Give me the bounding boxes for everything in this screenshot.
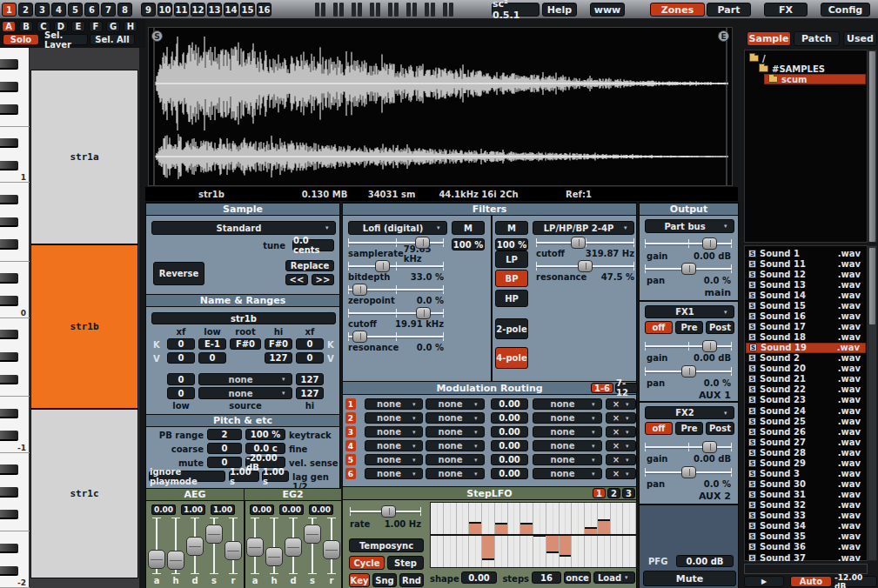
mod-via-select[interactable]: none▾ — [426, 426, 485, 438]
black-key[interactable] — [0, 239, 18, 249]
slider-knob[interactable] — [285, 538, 302, 557]
filter2-2-pole-button[interactable]: 2-pole — [495, 318, 528, 339]
vel-low-field[interactable]: 0 — [198, 352, 226, 364]
channel-button-9[interactable]: 9 — [141, 3, 156, 17]
mod-via-select[interactable]: none▾ — [426, 440, 485, 451]
file-item[interactable]: SSound 20.wav — [746, 364, 866, 374]
eg2-a-slider[interactable] — [246, 518, 264, 573]
aeg-r-slider[interactable] — [225, 518, 242, 573]
bitdepth-slider[interactable] — [348, 260, 444, 271]
black-key[interactable] — [0, 82, 18, 91]
steps-count-field[interactable]: 16 — [532, 571, 561, 584]
key-xf-hi-field[interactable]: 0 — [296, 338, 324, 350]
key-low-field[interactable]: E-1 — [198, 338, 226, 350]
slider-knob[interactable] — [381, 505, 396, 518]
slider-knob[interactable] — [148, 550, 165, 569]
filter1-mute-button[interactable]: M — [452, 221, 485, 235]
mod-dest-select[interactable]: none▾ — [533, 468, 602, 479]
channel-button-10[interactable]: 10 — [158, 3, 172, 17]
file-item[interactable]: SSound 34.wav — [746, 521, 866, 531]
mod-source-select[interactable]: none▾ — [365, 440, 423, 451]
eg2-r-slider[interactable] — [323, 518, 340, 573]
ignore-playmode-button[interactable]: ignore playmode — [149, 471, 225, 482]
prev-sample-button[interactable]: << — [285, 274, 308, 285]
black-key[interactable] — [0, 330, 18, 339]
file-item[interactable]: SSound 2.wav — [746, 353, 866, 364]
aeg-a-slider[interactable] — [148, 518, 165, 573]
slider-value[interactable]: 0.0 % — [417, 296, 444, 305]
file-item[interactable]: SSound 1.wav — [746, 248, 866, 258]
mod-op-select[interactable]: ×▾ — [606, 468, 636, 479]
step-button[interactable]: Step — [387, 556, 424, 570]
replace-button[interactable]: Replace — [285, 260, 334, 271]
black-key[interactable] — [0, 138, 18, 148]
filter2-mode-hp[interactable]: HP — [495, 290, 528, 307]
aux1-gain-slider[interactable] — [645, 340, 732, 351]
aux2-gain-value[interactable]: 0.00 dB — [694, 454, 731, 464]
www-button[interactable]: www — [590, 3, 625, 17]
black-key[interactable] — [0, 510, 18, 519]
aux1-pan-slider[interactable] — [645, 365, 732, 377]
keytrack-field[interactable]: 100 % — [245, 429, 285, 440]
mod-op-select[interactable]: ×▾ — [606, 440, 636, 451]
src2-low-field[interactable]: 0 — [167, 387, 195, 399]
aeg-s-slider[interactable] — [205, 518, 223, 573]
aux2-pan-value[interactable]: 0.0 % — [704, 479, 731, 489]
filter2-type-select[interactable]: LP/HP/BP 2-4P ▾ — [533, 221, 634, 235]
file-item[interactable]: SSound 35.wav — [746, 531, 866, 542]
file-item[interactable]: SSound 22.wav — [746, 384, 866, 395]
black-key[interactable] — [0, 409, 18, 418]
channel-button-14[interactable]: 14 — [224, 3, 238, 17]
channel-button-8[interactable]: 8 — [117, 3, 132, 17]
file-item[interactable]: SSound 14.wav — [746, 290, 866, 300]
pfg-field[interactable]: 0.00 dB — [676, 555, 734, 567]
black-key[interactable] — [0, 273, 18, 283]
mod-amount-field[interactable]: 0.00 — [491, 398, 528, 410]
mod-op-select[interactable]: ×▾ — [606, 454, 636, 465]
sample-start-marker[interactable]: S — [151, 30, 163, 42]
black-key[interactable] — [0, 464, 18, 474]
aux1-bus-select[interactable]: FX1 ▾ — [645, 305, 734, 318]
black-key[interactable] — [0, 296, 18, 305]
sng-button[interactable]: Sng — [372, 573, 397, 587]
file-scrollbar[interactable] — [868, 245, 877, 561]
sample-waveform-panel[interactable]: S E — [148, 27, 733, 186]
mod-via-select[interactable]: none▾ — [426, 398, 485, 410]
slider-knob[interactable] — [375, 260, 390, 272]
browser-tab-used[interactable]: Used — [843, 31, 877, 46]
slider-knob[interactable] — [265, 547, 283, 566]
file-item[interactable]: SSound 32.wav — [746, 500, 866, 511]
src1-hi-field[interactable]: 127 — [296, 373, 324, 385]
mod-dest-select[interactable]: none▾ — [533, 412, 602, 424]
channel-button-3[interactable]: 3 — [35, 3, 50, 17]
mod-via-select[interactable]: none▾ — [426, 454, 485, 465]
main-gain-value[interactable]: 0.00 dB — [694, 251, 731, 261]
aeg-d-slider[interactable] — [186, 518, 204, 573]
slider-value[interactable]: 47.5 % — [601, 272, 634, 282]
lag1-field[interactable]: 1.00 s — [229, 471, 259, 482]
aux1-pre-button[interactable]: Pre — [675, 321, 703, 334]
file-item[interactable]: SSound 17.wav — [746, 321, 866, 331]
mod-op-select[interactable]: ×▾ — [606, 412, 636, 424]
solo-button[interactable]: Solo — [3, 34, 39, 45]
tree-scrollbar-thumb[interactable] — [869, 51, 875, 242]
tab-zones[interactable]: Zones — [650, 3, 705, 17]
src2-source-select[interactable]: none ▾ — [198, 387, 292, 399]
tree-item-[interactable]: / — [746, 53, 866, 63]
key-hi-field[interactable]: F#0 — [265, 338, 292, 350]
rnd-button[interactable]: Rnd — [399, 573, 424, 587]
coarse-field[interactable]: 0 — [207, 443, 242, 454]
channel-button-5[interactable]: 5 — [68, 3, 83, 17]
layer-button-g[interactable]: G — [106, 21, 120, 32]
black-key[interactable] — [0, 104, 18, 114]
black-key[interactable] — [0, 161, 18, 170]
mod-op-select[interactable]: ×▾ — [606, 398, 636, 410]
shape-field[interactable]: 0.00 — [461, 571, 497, 584]
slider-knob[interactable] — [681, 365, 696, 378]
slider-knob[interactable] — [246, 538, 264, 557]
channel-button-7[interactable]: 7 — [101, 3, 116, 17]
channel-button-15[interactable]: 15 — [240, 3, 255, 17]
playmode-select[interactable]: Standard ▾ — [151, 221, 336, 235]
rate-value[interactable]: 1.00 Hz — [378, 519, 421, 529]
slider-value[interactable]: 319.87 Hz — [586, 249, 634, 258]
